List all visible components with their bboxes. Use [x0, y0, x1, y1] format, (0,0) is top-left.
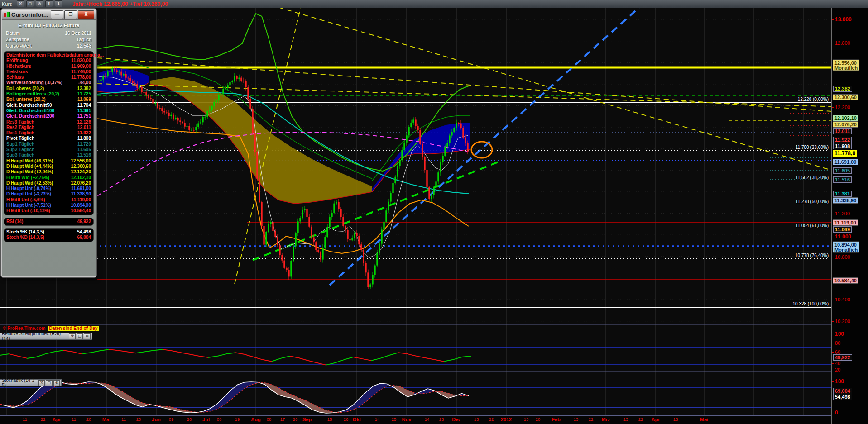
axis-label: 11.691,00 [833, 159, 858, 165]
candle-body [453, 128, 455, 132]
axis-label: 11.119,00 [833, 219, 858, 226]
price-chart-canvas[interactable] [0, 8, 831, 424]
minimize-button[interactable]: — [51, 10, 63, 19]
main-chart-area[interactable]: 12.228 (0,00%)11.780 (23,60%)11.502 (38,… [0, 8, 831, 424]
candle-body [440, 162, 441, 172]
rsi-line-segment [181, 353, 190, 354]
candle-body [254, 133, 255, 152]
close-icon[interactable]: ⊗ [53, 380, 60, 386]
stoch-fill [360, 391, 367, 406]
stoch-panel-header[interactable]: Stochastik (14 3 5) ⚒ ▢ ⊗ [0, 379, 62, 386]
rsi-line-segment [335, 360, 344, 363]
candle-body [186, 126, 187, 127]
stoch-fill [109, 385, 115, 394]
candle-body [456, 123, 457, 128]
candle-body [320, 252, 321, 260]
candle-body [403, 143, 405, 150]
rsi-line-segment [163, 349, 172, 351]
candle-body [340, 209, 341, 217]
candle-body [415, 119, 416, 126]
candle-body [259, 178, 260, 202]
time-label-month: Dez [452, 417, 461, 422]
time-axis[interactable]: 1122Apr1120Mai1120Jun0920Jul0819Aug08172… [0, 415, 831, 424]
rsi-line-segment [54, 350, 63, 352]
candle-body [417, 126, 418, 130]
time-label-day: 11 [72, 417, 76, 422]
axis-label: 10.400 [835, 297, 850, 302]
candle-body [408, 127, 409, 135]
time-label-day: 20 [136, 417, 141, 422]
trendline[interactable] [330, 8, 647, 285]
rsi-line-segment [362, 359, 371, 361]
copy-icon[interactable]: ▢ [77, 333, 83, 339]
time-label-day: 22 [489, 417, 494, 422]
rsi-line-segment [127, 352, 136, 353]
close-button[interactable]: X [78, 10, 94, 19]
rsi-panel-header[interactable]: Relative Strength Index (RSI) (14) ⚒ ▢ ⊗ [0, 333, 92, 340]
wrench-icon[interactable]: ⚒ [17, 0, 24, 7]
rsi-line-segment [417, 356, 426, 358]
candle-body [120, 72, 122, 76]
time-label-day: 08 [267, 417, 272, 422]
copy-icon[interactable]: ▢ [26, 0, 34, 7]
cursor-summary-rows: Datum16 Dez 2011ZeitspanneTäglichCursor-… [2, 30, 96, 49]
time-label-day: 22 [638, 417, 643, 422]
candle-body [132, 81, 133, 83]
arrow-up-icon[interactable]: ⬆ [45, 0, 53, 7]
indicator-row: D Haupt Wid (+4,44%)12.300,60 [6, 164, 91, 169]
candle-body [288, 270, 289, 277]
candle-body [109, 71, 110, 72]
candle-body [98, 81, 99, 82]
copy-icon[interactable]: ▢ [46, 380, 52, 386]
close-icon[interactable]: ⊗ [36, 0, 43, 7]
candle-body [322, 248, 323, 260]
rsi-line-segment [263, 360, 272, 362]
time-label-day: 26 [293, 417, 298, 422]
axis-label: 11.000 [835, 233, 851, 240]
wrench-icon[interactable]: ⚒ [38, 380, 45, 386]
candle-body [426, 170, 427, 187]
close-icon[interactable]: ⊗ [84, 333, 91, 339]
candle-body [324, 237, 326, 248]
candle-body [236, 76, 237, 78]
wrench-icon[interactable]: ⚒ [69, 333, 76, 339]
indicator-row: RSI (14)49,922 [6, 219, 91, 224]
rsi-line-segment [254, 357, 263, 360]
time-label-day: 13 [623, 417, 628, 422]
candle-body [136, 84, 138, 88]
indicator-row: Res1 Täglich11.922 [6, 130, 91, 136]
axis-label: 12.382 [833, 86, 852, 92]
candle-body [220, 94, 221, 95]
time-label-day: 26 [344, 417, 349, 422]
rsi-panel-title: Relative Strength Index (RSI) (14) [2, 331, 68, 341]
axis-label: 100 [835, 378, 844, 385]
time-label-day: 14 [375, 417, 380, 422]
time-label-day: 20 [86, 417, 91, 422]
candle-body [431, 195, 432, 199]
candle-body [202, 117, 203, 122]
indicator-row: H Mittl Unt (-5,6%)11.119,00 [6, 197, 91, 203]
indicator-row: Gleit. Durchschnitt5011.704 [6, 103, 91, 108]
candle-body [329, 217, 330, 227]
candle-body [360, 244, 362, 250]
price-axis[interactable]: 13.00012.80012.556,00Monatlich12.38212.3… [831, 0, 868, 424]
arrow-down-icon[interactable]: ⬇ [55, 0, 62, 7]
rsi-line-segment [190, 354, 199, 356]
rsi-line-segment [371, 358, 380, 361]
cursor-info-window[interactable]: Cursorinfor... — ❐ X E-mini DJ Full0312 … [1, 9, 96, 277]
candle-body [216, 100, 217, 102]
rsi-line-segment [91, 351, 100, 353]
time-label-month: Mai [102, 417, 110, 422]
rsi-line-segment [136, 352, 145, 353]
indicator-values-box: Datenhistorie dem Fälligkeitsdatum angep… [4, 51, 94, 215]
maximize-button[interactable]: ❐ [64, 10, 77, 19]
rsi-line-segment [344, 357, 353, 360]
time-label-day: 19 [235, 417, 240, 422]
cursor-window-titlebar[interactable]: Cursorinfor... — ❐ X [2, 10, 96, 20]
axis-label: 12.800 [835, 40, 850, 46]
indicator-row: Bol. oberes (20,2)12.382 [6, 86, 91, 91]
candle-body [369, 284, 371, 287]
candle-body [209, 110, 210, 111]
axis-label: 54,498 [833, 394, 852, 400]
rsi-line-segment [118, 350, 127, 352]
